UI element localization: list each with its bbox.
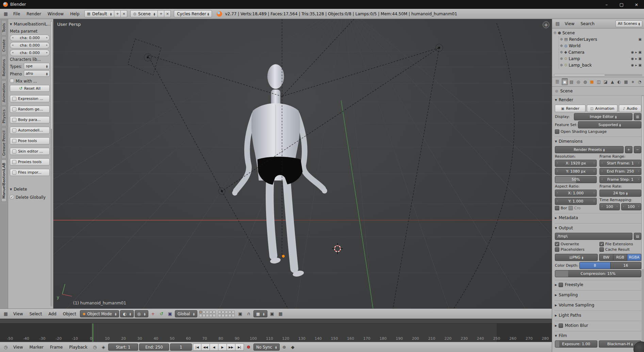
outliner-item-renderlayers[interactable]: ⊕ ▤ RenderLayers ▣ — [560, 36, 643, 42]
placeholders-checkbox[interactable] — [555, 247, 559, 252]
select-toggle-icon[interactable]: ▸ — [635, 63, 637, 67]
close-button[interactable]: × — [629, 0, 644, 9]
menu-render[interactable]: Render — [24, 12, 44, 16]
tab-world-icon[interactable]: ◍ — [582, 78, 588, 85]
tab-animation[interactable]: Animation — [1, 80, 6, 105]
motion-blur-checkbox[interactable] — [559, 323, 563, 328]
increment-arrow-icon[interactable]: ▸ — [46, 51, 48, 54]
layer-toggle[interactable] — [218, 314, 221, 317]
orientation-dropdown[interactable]: Global ▲▼ — [175, 310, 197, 317]
eye-toggle-icon[interactable]: ◉ — [631, 50, 634, 54]
character-param-slider[interactable]: ◂ cha: 0.000 ▸ — [10, 50, 50, 56]
remove-preset-button[interactable]: − — [634, 146, 641, 153]
decrement-arrow-icon[interactable]: ◂ — [12, 36, 13, 39]
timeline-editor-icon[interactable]: ◷ — [2, 344, 10, 351]
sampling-panel-header[interactable]: ▶ Sampling — [555, 291, 641, 299]
play-reverse-button[interactable]: ◀ — [210, 344, 218, 351]
start-frame-field[interactable]: ‹ Start Frame: 1 › — [599, 160, 641, 167]
decrement-arrow-icon[interactable]: ‹ — [557, 170, 558, 173]
manipulator-rotate-icon[interactable]: ↺ — [158, 310, 165, 318]
increment-arrow-icon[interactable]: › — [594, 170, 595, 173]
decrement-arrow-icon[interactable]: ‹ — [601, 205, 602, 208]
properties-editor-icon[interactable]: ☰ — [554, 78, 561, 86]
eye-toggle-icon[interactable]: ◉ — [631, 57, 634, 60]
tab-scene-icon[interactable]: ◎ — [575, 78, 581, 85]
render-opengl-anim-icon[interactable]: ▦ — [277, 310, 284, 318]
start-frame-field[interactable]: Start: 1 — [108, 344, 138, 351]
tab-modifiers-icon[interactable]: ◪ — [602, 78, 609, 85]
increment-arrow-icon[interactable]: › — [638, 170, 639, 173]
screen-layout-dropdown[interactable]: ▦ Default ▲▼ — [84, 10, 115, 17]
layer-toggle[interactable] — [232, 311, 235, 314]
tab-manuelbastionilab[interactable]: ManuelBastioniLAB — [1, 160, 6, 202]
files-import-button[interactable]: Files impor... — [10, 169, 50, 176]
keying-set-icon[interactable]: ◆ — [289, 344, 297, 351]
decrement-arrow-icon[interactable]: ‹ — [557, 199, 558, 203]
file-extensions-checkbox[interactable] — [599, 242, 604, 246]
display-dropdown[interactable]: Image Editor ▲▼ — [574, 113, 632, 120]
expand-icon[interactable]: ⊕ — [560, 50, 563, 54]
pivot-dropdown[interactable]: ◎ ▲▼ — [135, 310, 148, 317]
decrement-arrow-icon[interactable]: ‹ — [601, 170, 602, 173]
depth-16[interactable]: 16 — [611, 262, 642, 269]
timeline-menu-playback[interactable]: Playback — [66, 345, 90, 350]
section-checkbox[interactable] — [12, 139, 16, 143]
camera-object[interactable] — [128, 39, 161, 75]
outliner-filter-dropdown[interactable]: All Scenes ▲▼ — [615, 20, 642, 27]
film-panel-header[interactable]: ▼ Film — [555, 332, 641, 339]
keying-set-add-icon[interactable]: ⊕ — [281, 344, 288, 351]
layer-toggle[interactable] — [213, 311, 216, 314]
layer-toggle[interactable] — [221, 314, 225, 317]
frame-rate-dropdown[interactable]: 24 fps ▲▼ — [599, 190, 641, 197]
section-checkbox[interactable] — [12, 107, 16, 111]
aspect-y-field[interactable]: ‹ Y: 1.000 › — [555, 198, 597, 205]
preview-range-icon[interactable]: ◷ — [91, 344, 99, 351]
render-toggle-icon[interactable]: ▣ — [639, 50, 642, 54]
breadcrumb-label[interactable]: Scene — [560, 89, 573, 93]
outliner-hscrollbar[interactable] — [554, 74, 642, 76]
manipulator-translate-icon[interactable]: + — [149, 310, 157, 318]
layer-toggle[interactable] — [199, 314, 202, 317]
snap-magnet-icon[interactable]: ∩ — [245, 310, 252, 318]
outliner-menu-view[interactable]: View — [562, 21, 577, 26]
render-toggle-icon[interactable]: ▣ — [639, 63, 642, 67]
end-frame-field[interactable]: ‹ End Fram: 250 › — [599, 168, 641, 175]
cache-result-checkbox[interactable] — [599, 247, 604, 252]
lock-icon[interactable]: ▣ — [236, 310, 244, 318]
tab-render-layers-icon[interactable]: ▤ — [568, 78, 575, 85]
jump-to-end-button[interactable]: ▶| — [235, 344, 244, 351]
remove-scene-button[interactable]: × — [164, 10, 171, 17]
osl-checkbox[interactable] — [555, 129, 559, 134]
render-animation-button[interactable]: ◫ Animation — [587, 105, 617, 112]
overwrite-checkbox[interactable] — [555, 242, 559, 246]
skin-editor-button[interactable]: Skin editor ... — [10, 148, 50, 155]
render-opengl-icon[interactable]: ▣ — [268, 310, 276, 318]
toolshelf-scrollbar[interactable] — [50, 21, 52, 306]
dimensions-panel-header[interactable]: ▼ Dimensions — [555, 138, 641, 145]
freestyle-checkbox[interactable] — [559, 283, 563, 287]
decrement-arrow-icon[interactable]: ‹ — [601, 178, 602, 181]
expression-tools-button[interactable]: Expression ... — [10, 95, 50, 102]
outliner-item-world[interactable]: ⊕ ◍ World — [560, 42, 643, 49]
feature-set-dropdown[interactable]: Supported ▲▼ — [578, 121, 641, 128]
increment-arrow-icon[interactable]: › — [594, 191, 595, 194]
decrement-arrow-icon[interactable]: ‹ — [601, 161, 602, 164]
tab-texture-icon[interactable]: ▦ — [623, 78, 629, 85]
3d-cursor[interactable] — [332, 243, 343, 254]
decrement-arrow-icon[interactable]: ‹ — [557, 191, 558, 194]
menu-help[interactable]: Help — [67, 12, 82, 16]
add-scene-button[interactable]: + — [158, 10, 164, 17]
tab-physics[interactable]: Physics — [1, 106, 6, 126]
layer-toggle[interactable] — [206, 314, 209, 317]
shading-dropdown[interactable]: ◐ ▲▼ — [120, 310, 134, 317]
character-param-slider[interactable]: ◂ cha: 0.000 ▸ — [10, 42, 50, 49]
layer-toggle[interactable] — [209, 311, 212, 314]
render-toggle-icon[interactable]: ▣ — [639, 57, 642, 60]
increment-arrow-icon[interactable]: › — [638, 205, 639, 208]
play-button[interactable]: ▶ — [218, 344, 227, 351]
tab-relations[interactable]: Relations — [1, 56, 6, 80]
outliner-item-lamp[interactable]: ⊕ ⊙ Lamp ◉ ▸ ▣ — [560, 55, 643, 62]
render-toggle-icon[interactable]: ▣ — [639, 37, 642, 41]
manipulator-scale-icon[interactable]: ▣ — [166, 310, 174, 318]
section-checkbox[interactable] — [12, 118, 16, 122]
